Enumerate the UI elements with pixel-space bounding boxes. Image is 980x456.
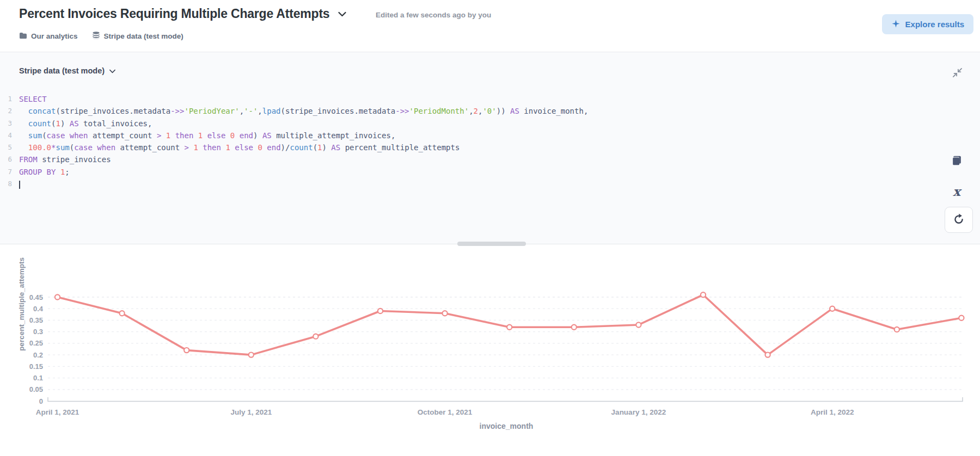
data-point[interactable] — [765, 353, 770, 358]
y-tick-label: 0.2 — [33, 351, 43, 359]
x-axis-line — [48, 397, 963, 402]
x-tick-label: April 1, 2021 — [36, 408, 79, 416]
variables-icon[interactable]: x — [950, 184, 964, 198]
y-tick-label: 0.25 — [29, 339, 43, 347]
explore-results-button[interactable]: Explore results — [882, 14, 973, 34]
data-point[interactable] — [378, 309, 383, 313]
line-number: 6 — [0, 153, 12, 165]
line-number: 7 — [0, 166, 12, 178]
collapse-editor-icon[interactable] — [951, 66, 964, 79]
edited-timestamp: Edited a few seconds ago by you — [376, 11, 491, 19]
datasource-label: Stripe data (test mode) — [19, 66, 105, 75]
query-builder-page: { "header": { "title": "Percent Invoices… — [0, 0, 980, 456]
breadcrumb-collection[interactable]: Our analytics — [19, 32, 78, 41]
sql-code-editor[interactable]: 1SELECT2 concat(stripe_invoices.metadata… — [0, 93, 942, 238]
database-icon — [92, 32, 100, 41]
data-point[interactable] — [636, 322, 641, 327]
y-tick-label: 0.3 — [33, 328, 43, 336]
line-number: 8 — [0, 178, 12, 190]
folder-icon — [19, 32, 27, 41]
data-point[interactable] — [313, 334, 318, 339]
line-chart[interactable]: 00.050.10.150.20.250.30.350.40.45April 1… — [0, 244, 980, 456]
data-point[interactable] — [249, 353, 254, 358]
line-number: 1 — [0, 93, 12, 105]
sql-line[interactable]: 1SELECT — [0, 93, 942, 105]
sql-line[interactable]: 8 — [0, 178, 942, 190]
x-tick-label: July 1, 2021 — [230, 408, 272, 416]
sql-line[interactable]: 4 sum(case when attempt_count > 1 then 1… — [0, 130, 942, 141]
data-point[interactable] — [701, 292, 706, 297]
sql-line[interactable]: 2 concat(stripe_invoices.metadata->>'Per… — [0, 105, 942, 117]
x-tick-label: January 1, 2022 — [611, 408, 666, 416]
line-number: 4 — [0, 130, 12, 141]
y-axis-title: percent_multiple_attempts — [17, 257, 26, 351]
native-query-editor: Stripe data (test mode) 1SELECT2 concat(… — [0, 52, 980, 244]
data-point[interactable] — [959, 316, 964, 321]
data-point[interactable] — [572, 325, 577, 330]
data-point[interactable] — [184, 348, 189, 353]
y-tick-label: 0.4 — [33, 305, 44, 313]
datasource-selector[interactable]: Stripe data (test mode) — [19, 66, 115, 76]
y-tick-label: 0.45 — [29, 293, 43, 301]
y-tick-label: 0.1 — [33, 374, 43, 382]
data-reference-book-icon[interactable] — [950, 153, 964, 168]
refresh-icon — [953, 213, 965, 227]
x-tick-label: October 1, 2021 — [418, 408, 473, 416]
sql-line[interactable]: 3 count(1) AS total_invoices, — [0, 118, 942, 130]
data-point[interactable] — [443, 311, 448, 316]
data-point[interactable] — [895, 327, 899, 332]
text-cursor — [19, 181, 20, 189]
y-tick-label: 0.35 — [29, 316, 43, 324]
line-number: 3 — [0, 118, 12, 130]
x-axis-title: invoice_month — [480, 422, 534, 430]
sql-line[interactable]: 5 100.0*sum(case when attempt_count > 1 … — [0, 141, 942, 153]
title-chevron-down-icon[interactable] — [338, 11, 346, 17]
data-point[interactable] — [55, 294, 60, 299]
breadcrumb-database[interactable]: Stripe data (test mode) — [92, 32, 183, 41]
sql-line[interactable]: 7GROUP BY 1; — [0, 166, 942, 178]
page-header: Percent Invoices Requiring Multiple Char… — [0, 0, 980, 52]
line-number: 2 — [0, 105, 12, 117]
datasource-chevron-down-icon — [109, 66, 115, 76]
data-point[interactable] — [507, 325, 512, 330]
run-query-button[interactable] — [945, 207, 973, 233]
y-tick-label: 0.15 — [29, 362, 43, 371]
question-title[interactable]: Percent Invoices Requiring Multiple Char… — [19, 7, 329, 21]
sparkle-plus-icon — [891, 19, 901, 30]
resize-drag-handle[interactable] — [457, 242, 526, 246]
breadcrumb: Our analytics Stripe data (test mode) — [19, 32, 183, 41]
x-tick-label: April 1, 2022 — [811, 408, 854, 416]
data-point[interactable] — [120, 311, 125, 316]
data-point[interactable] — [830, 306, 835, 311]
line-number: 5 — [0, 141, 12, 153]
visualization-area: 00.050.10.150.20.250.30.350.40.45April 1… — [0, 244, 980, 456]
y-tick-label: 0 — [39, 397, 43, 405]
sql-line[interactable]: 6FROM stripe_invoices — [0, 153, 942, 165]
y-tick-label: 0.05 — [29, 385, 43, 393]
